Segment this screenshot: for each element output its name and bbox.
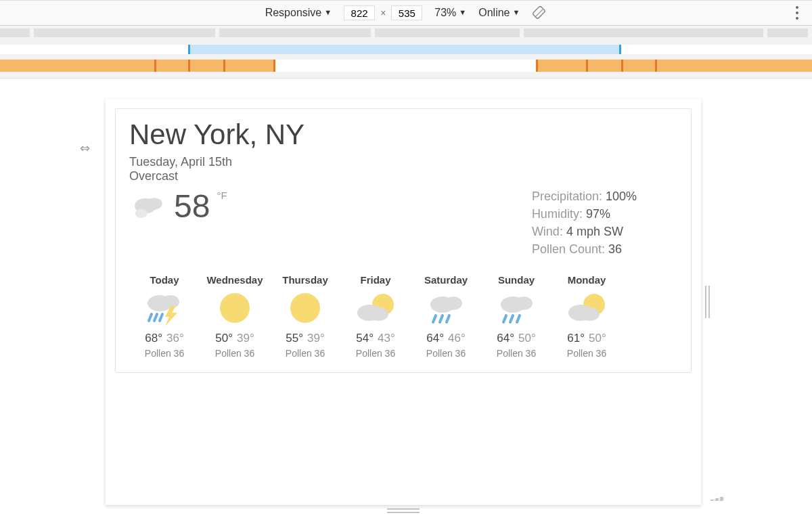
current-conditions-row: 58 °F Precipitation: 100% Humidity: 97% … [129, 187, 677, 258]
day-name: Thursday [270, 274, 340, 286]
forecast-day[interactable]: Today68°36°Pollen 36 [129, 274, 200, 359]
high-temp: 54° [356, 332, 374, 345]
thunder-icon [141, 290, 188, 326]
pollen-line: Pollen 36 [270, 348, 340, 359]
wind-label: Wind: [532, 225, 563, 238]
forecast-day[interactable]: Saturday64°46°Pollen 36 [411, 274, 481, 359]
forecast-row: Today68°36°Pollen 36Wednesday50°39°Polle… [129, 274, 677, 359]
showers-icon [493, 290, 540, 326]
forecast-day[interactable]: Thursday55°39°Pollen 36 [270, 274, 340, 359]
svg-point-12 [290, 293, 320, 323]
pollen-line: Pollen 36 [340, 348, 411, 359]
min-width-queries [0, 60, 812, 72]
svg-point-28 [581, 307, 600, 321]
low-temp: 39° [307, 332, 325, 345]
low-temp: 50° [518, 332, 536, 345]
svg-rect-0 [533, 6, 545, 19]
sunny-icon [211, 290, 258, 326]
high-temp: 50° [215, 332, 233, 345]
svg-point-4 [135, 209, 148, 218]
svg-line-24 [510, 315, 513, 322]
pollen-label: Pollen Count: [532, 242, 605, 256]
day-name: Monday [551, 274, 622, 286]
date-label: Tuesday, April 15th [129, 155, 677, 169]
location-title: New York, NY [129, 118, 677, 151]
overcast-icon [129, 191, 167, 222]
max-width-queries [0, 45, 812, 54]
pollen-line: Pollen 36 [411, 348, 481, 359]
high-temp: 55° [286, 332, 303, 345]
temperature-value: 58 [174, 187, 210, 225]
svg-line-19 [440, 315, 443, 322]
day-name: Wednesday [200, 274, 270, 286]
condition-label: Overcast [129, 169, 677, 183]
rotate-button[interactable] [532, 5, 547, 20]
svg-line-20 [447, 315, 449, 322]
humidity-value: 97% [586, 207, 610, 221]
high-temp: 68° [145, 332, 162, 345]
chevron-down-icon: ▼ [512, 8, 520, 16]
forecast-day[interactable]: Wednesday50°39°Pollen 36 [200, 274, 270, 359]
zoom-label: 73% [434, 7, 456, 19]
dimensions-group: × [344, 5, 422, 20]
viewport-stage: ⇔ New York, NY Tuesday, April 15th Overc… [0, 79, 812, 530]
media-query-bar[interactable] [0, 26, 812, 79]
svg-line-25 [517, 315, 520, 322]
svg-point-3 [146, 198, 162, 210]
precip-value: 100% [606, 190, 637, 203]
forecast-day[interactable]: Sunday64°50°Pollen 36 [481, 274, 551, 359]
low-temp: 36° [166, 332, 184, 345]
day-temps: 55°39° [270, 332, 340, 345]
pollen-line: Pollen 36 [551, 348, 622, 359]
resize-handle-right[interactable] [701, 99, 713, 505]
forecast-day[interactable]: Friday54°43°Pollen 36 [340, 274, 411, 359]
svg-line-23 [503, 315, 506, 322]
sunny-icon [281, 290, 329, 326]
device-label: Responsive [265, 7, 322, 19]
day-temps: 54°43° [340, 332, 411, 345]
chevron-down-icon: ▼ [324, 8, 332, 16]
device-selector[interactable]: Responsive ▼ [265, 7, 332, 19]
partly-icon [352, 290, 399, 326]
day-name: Today [129, 274, 200, 286]
svg-point-15 [369, 307, 388, 321]
pollen-line: Pollen 36 [481, 348, 551, 359]
svg-line-9 [154, 314, 157, 321]
resize-handle-bottom[interactable] [106, 505, 701, 516]
high-temp: 64° [497, 332, 514, 345]
day-name: Sunday [481, 274, 551, 286]
day-temps: 68°36° [129, 332, 200, 345]
zoom-selector[interactable]: 73% ▼ [434, 7, 466, 19]
emulated-viewport: New York, NY Tuesday, April 15th Overcas… [106, 99, 701, 505]
svg-line-18 [433, 315, 436, 322]
more-options-button[interactable] [796, 6, 798, 20]
low-temp: 46° [448, 332, 466, 345]
width-input[interactable] [344, 5, 375, 20]
svg-point-17 [445, 296, 462, 310]
day-temps: 64°46° [411, 332, 481, 345]
svg-line-8 [149, 314, 152, 321]
temperature-unit: °F [217, 190, 227, 201]
weather-card: New York, NY Tuesday, April 15th Overcas… [115, 108, 692, 373]
low-temp: 43° [378, 332, 395, 345]
chevron-down-icon: ▼ [459, 8, 466, 16]
humidity-label: Humidity: [532, 207, 583, 221]
weather-details: Precipitation: 100% Humidity: 97% Wind: … [532, 187, 677, 258]
showers-icon [422, 290, 470, 326]
dimensions-separator: × [380, 7, 386, 18]
resize-handle-corner[interactable] [710, 497, 723, 501]
resize-handle-left[interactable]: ⇔ [80, 141, 90, 156]
low-temp: 50° [589, 332, 606, 345]
svg-point-22 [515, 296, 533, 310]
high-temp: 64° [426, 332, 444, 345]
precip-label: Precipitation: [532, 190, 602, 203]
day-name: Friday [340, 274, 411, 286]
pollen-line: Pollen 36 [129, 348, 200, 359]
forecast-day[interactable]: Monday61°50°Pollen 36 [551, 274, 622, 359]
height-input[interactable] [391, 5, 422, 20]
throttling-selector[interactable]: Online ▼ [478, 7, 520, 19]
network-label: Online [478, 7, 510, 19]
day-name: Saturday [411, 274, 481, 286]
device-ruler [0, 26, 812, 41]
pollen-value: 36 [608, 242, 622, 256]
